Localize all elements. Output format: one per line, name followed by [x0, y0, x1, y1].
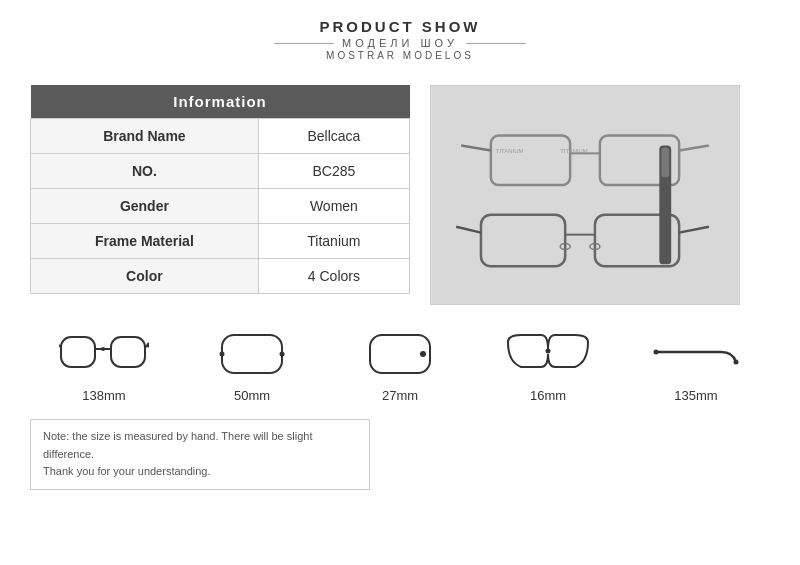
table-header: Information [31, 85, 410, 119]
dimension-16mm: 16mm [503, 327, 593, 403]
table-label-3: Frame Material [31, 224, 259, 259]
svg-point-27 [280, 352, 285, 357]
note-line2: Thank you for your understanding. [43, 465, 211, 477]
svg-point-30 [546, 349, 551, 354]
dim-label-135: 135mm [674, 388, 717, 403]
dim-label-50: 50mm [234, 388, 270, 403]
dimensions-row: 138mm 50mm 27mm 16mm [0, 315, 800, 413]
svg-point-29 [420, 351, 426, 357]
dim-label-138: 138mm [82, 388, 125, 403]
table-value-1: BC285 [258, 154, 409, 189]
table-label-4: Color [31, 259, 259, 294]
svg-text:TITANIUM: TITANIUM [496, 148, 524, 154]
note-box: Note: the size is measured by hand. Ther… [30, 419, 370, 490]
svg-point-26 [220, 352, 225, 357]
dim-label-27: 27mm [382, 388, 418, 403]
svg-point-31 [654, 350, 659, 355]
dimension-138mm: 138mm [59, 327, 149, 403]
table-value-2: Women [258, 189, 409, 224]
table-value-4: 4 Colors [258, 259, 409, 294]
dimension-50mm: 50mm [207, 327, 297, 403]
table-value-0: Bellcaca [258, 119, 409, 154]
svg-point-32 [734, 360, 739, 365]
table-label-1: NO. [31, 154, 259, 189]
header-title: PRODUCT SHOW [0, 18, 800, 35]
svg-point-24 [101, 347, 105, 351]
page-header: PRODUCT SHOW МОДЕЛИ ШОУ MOSTRAR MODELOS [0, 0, 800, 75]
note-line1: Note: the size is measured by hand. Ther… [43, 430, 312, 460]
svg-rect-17 [61, 337, 95, 367]
table-label-2: Gender [31, 189, 259, 224]
info-table: Information Brand NameBellcacaNO.BC285Ge… [30, 85, 410, 294]
dimension-135mm: 135mm [651, 327, 741, 403]
svg-rect-0 [431, 86, 738, 304]
header-sub2: MOSTRAR MODELOS [0, 50, 800, 61]
product-image: TITANIUM TITANIUM [430, 85, 740, 305]
table-value-3: Titanium [258, 224, 409, 259]
svg-rect-25 [222, 335, 282, 373]
svg-text:TITANIUM: TITANIUM [560, 148, 588, 154]
svg-rect-14 [661, 147, 669, 177]
table-label-0: Brand Name [31, 119, 259, 154]
dim-label-16: 16mm [530, 388, 566, 403]
dimension-27mm: 27mm [355, 327, 445, 403]
svg-rect-18 [111, 337, 145, 367]
header-sub1: МОДЕЛИ ШОУ [342, 37, 458, 49]
main-content: Information Brand NameBellcacaNO.BC285Ge… [0, 75, 800, 315]
